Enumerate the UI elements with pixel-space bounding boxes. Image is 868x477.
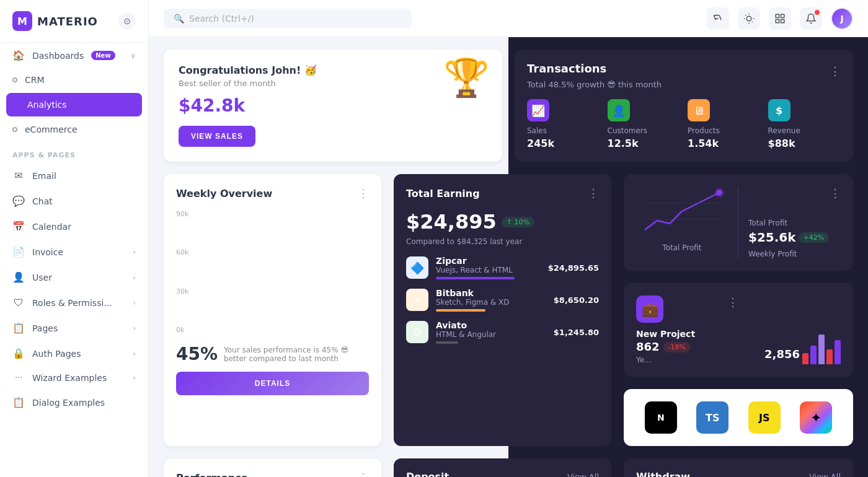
sidebar-item-roles[interactable]: 🛡 Roles & Permissi... › <box>0 290 148 315</box>
aviato-info: Aviato HTML & Angular <box>436 320 546 344</box>
project-count: 862 <box>636 340 660 353</box>
mini-bar-2 <box>810 346 817 364</box>
pages-icon: 📋 <box>12 322 25 334</box>
congrats-subtitle: Best seller of the month <box>179 79 487 88</box>
tech-javascript: JS <box>742 401 787 434</box>
bitbank-name: Bitbank <box>436 288 546 298</box>
sidebar-item-wizard[interactable]: ··· Wizard Examples › <box>0 366 148 390</box>
trophy-icon: 🏆 <box>443 56 490 100</box>
project-right: 2,856 <box>738 295 841 364</box>
aviato-name: Aviato <box>436 320 546 330</box>
lock-icon: 🔒 <box>12 348 25 359</box>
congrats-amount: $42.8k <box>179 95 487 116</box>
sidebar-item-label: Invoice <box>32 247 63 257</box>
withdraw-view-all[interactable]: View All <box>809 472 841 477</box>
email-icon: ✉ <box>12 170 25 182</box>
weekly-more-button[interactable]: ⋮ <box>358 186 369 200</box>
svg-rect-9 <box>776 19 779 22</box>
earning-item-zipcar: 🔷 Zipcar Vuejs, React & HTML $24,895.65 <box>406 256 599 279</box>
svg-rect-10 <box>781 19 784 22</box>
sidebar-item-label: Pages <box>32 323 58 333</box>
right-column: Total Profit ⋮ Total Profit $25.6k +42% <box>624 174 853 446</box>
revenue-label: Revenue <box>768 126 841 135</box>
congrats-title: Congratulations John! 🥳 <box>179 64 487 76</box>
sidebar-item-email[interactable]: ✉ Email <box>0 163 148 188</box>
revenue-value: $88k <box>768 138 841 149</box>
svg-point-0 <box>746 16 751 21</box>
project-bars <box>802 327 841 364</box>
sidebar-item-ecommerce[interactable]: eCommerce <box>0 118 148 141</box>
sidebar-item-dialog[interactable]: 📋 Dialog Examples <box>0 390 148 415</box>
chart-y-labels: 90k 60k 30k 0k <box>176 210 188 334</box>
search-box[interactable]: 🔍 Search (Ctrl+/) <box>164 9 412 28</box>
sidebar-item-user[interactable]: 👤 User › <box>0 265 148 290</box>
chevron-right-icon: › <box>133 273 136 282</box>
total-profit-text: Total Profit <box>748 219 787 227</box>
notifications-icon[interactable] <box>800 7 822 30</box>
aviato-type: HTML & Angular <box>436 330 546 339</box>
sidebar-item-analytics[interactable]: Analytics <box>6 93 142 116</box>
topbar: 🔍 Search (Ctrl+/) J <box>149 0 868 37</box>
earning-item-aviato: ⚙ Aviato HTML & Angular $1,245.80 <box>406 320 599 344</box>
trans-item-revenue: $ Revenue $88k <box>768 99 841 149</box>
zipcar-info: Zipcar Vuejs, React & HTML <box>436 256 541 279</box>
sidebar-item-crm[interactable]: CRM <box>0 68 148 92</box>
sidebar-item-calendar[interactable]: 📅 Calendar <box>0 214 148 239</box>
transactions-more-button[interactable]: ⋮ <box>830 64 841 78</box>
view-sales-button[interactable]: VIEW SALES <box>179 126 255 147</box>
earning-more-button[interactable]: ⋮ <box>588 186 599 200</box>
mini-bar-5 <box>835 340 841 364</box>
transactions-card: Transactions ⋮ Total 48.5% growth 😎 this… <box>515 50 853 162</box>
nav-section-main: 🏠 Dashboards New ∨ CRM Analytics eCommer… <box>0 43 148 141</box>
profit-more-button[interactable]: ⋮ <box>830 186 841 200</box>
row-3: Performance ⋮ Deposit View All Withdraw … <box>164 458 853 477</box>
wizard-icon: ··· <box>12 374 25 382</box>
project-more-button[interactable]: ⋮ <box>727 295 738 309</box>
svg-point-12 <box>714 188 724 198</box>
sidebar-toggle-icon[interactable]: ⊙ <box>118 12 136 30</box>
sidebar-item-pages[interactable]: 📋 Pages › <box>0 315 148 341</box>
deposit-header: Deposit View All <box>406 471 599 477</box>
sidebar-item-label: User <box>32 273 52 282</box>
sidebar-item-label: Chat <box>32 196 53 206</box>
profit-chart-area: Total Profit <box>636 186 738 258</box>
sidebar-item-label: Email <box>32 171 56 181</box>
sidebar-item-chat[interactable]: 💬 Chat <box>0 188 148 214</box>
sidebar-item-label: Dialog Examples <box>32 398 105 408</box>
earning-header: Total Earning ⋮ <box>406 186 599 200</box>
sidebar-logo: M MATERIO ⊙ <box>0 0 148 43</box>
translate-icon[interactable] <box>707 7 729 30</box>
withdraw-title: Withdraw <box>636 471 690 477</box>
user-icon: 👤 <box>12 271 25 283</box>
earning-amount-value: $24,895 <box>406 210 497 234</box>
sales-value: 245k <box>527 138 600 149</box>
aviato-icon: ⚙ <box>406 321 428 343</box>
sidebar-item-dashboards[interactable]: 🏠 Dashboards New ∨ <box>0 43 148 68</box>
deposit-card: Deposit View All <box>394 458 611 477</box>
sales-label: Sales <box>527 126 600 135</box>
grid-icon[interactable] <box>769 7 791 30</box>
deposit-title: Deposit <box>406 471 449 477</box>
weekly-profit-label: Weekly Profit <box>748 250 841 258</box>
products-label: Products <box>688 126 761 135</box>
y-label-30k: 30k <box>176 287 188 295</box>
trans-item-customers: 👤 Customers 12.5k <box>608 99 681 149</box>
svg-rect-7 <box>776 14 779 17</box>
deposit-view-all[interactable]: View All <box>567 472 599 477</box>
svg-rect-8 <box>781 14 784 17</box>
dashboard-content: Congratulations John! 🥳 Best seller of t… <box>149 37 868 477</box>
sidebar-item-invoice[interactable]: 📄 Invoice › <box>0 239 148 265</box>
zipcar-type: Vuejs, React & HTML <box>436 266 541 274</box>
chevron-right-icon: › <box>133 374 136 382</box>
main-area: 🔍 Search (Ctrl+/) J Congratu <box>149 0 868 477</box>
performance-more-button[interactable]: ⋮ <box>358 471 369 477</box>
project-year: Ye... <box>636 356 738 364</box>
user-avatar[interactable]: J <box>831 7 853 30</box>
sidebar-item-auth[interactable]: 🔒 Auth Pages › <box>0 341 148 366</box>
mini-bar-3 <box>818 335 825 364</box>
theme-icon[interactable] <box>738 7 760 30</box>
bitbank-amount: $8,650.20 <box>554 295 599 305</box>
shield-icon: 🛡 <box>12 297 25 309</box>
nextjs-logo: N <box>645 401 677 434</box>
details-button[interactable]: DETAILS <box>176 372 369 395</box>
